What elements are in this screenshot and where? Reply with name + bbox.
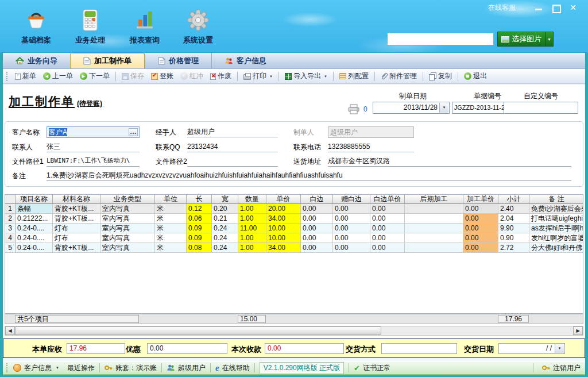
grid-cell[interactable]: 0.00 [301,243,333,253]
grid-cell[interactable]: 0.00 [463,243,498,253]
grid-cell[interactable]: 0.06 [187,214,212,224]
grid-cell[interactable]: 灯布 [53,224,100,233]
grid-cell[interactable]: 1.00 [238,243,266,253]
horizontal-scrollbar[interactable]: ◀ ▶ [5,326,583,336]
grid-cell[interactable]: 打电话噶uigfeghi [529,214,583,224]
receivable-field[interactable]: 17.96 [67,343,125,354]
grid-cell[interactable]: 0.08 [187,243,212,253]
grid-cell[interactable]: 0.00 [333,214,370,224]
logout-button[interactable]: 注销用户 [542,363,581,373]
column-config-button[interactable]: 列配置 [336,70,372,82]
grid-cell[interactable]: 0.00 [463,233,498,243]
delivery-method-field[interactable] [381,343,457,354]
grid-cell[interactable]: 1.00 [238,233,266,243]
delivery-date-dropdown-button[interactable]: ▼ [555,344,564,353]
image-path-input[interactable] [387,33,494,45]
grid-cell[interactable]: 34.00 [266,243,301,253]
statusbar-customer-info-button[interactable]: 客户信息 ▼ [13,363,59,373]
grid-cell[interactable]: 米 [155,243,187,253]
grid-cell[interactable]: 34.00 [266,214,301,224]
delivery-date-field[interactable]: / / ▼ [498,343,565,354]
grid-cell[interactable]: 0.24-0.... [16,224,53,233]
grid-cell[interactable]: 0.00 [301,204,333,214]
grid-cell[interactable]: 发hi红啊岁的富婆 [529,233,583,243]
close-button[interactable]: ✕ [568,4,578,11]
grid-header-cell[interactable]: 小计 [498,195,529,204]
red-flush-button[interactable]: 红冲 [177,70,206,82]
grid-header-cell[interactable]: 单价 [266,195,301,204]
grid-cell[interactable]: 0.21 [212,214,238,224]
next-order-button[interactable]: ▶下一单 [77,70,113,82]
grid-header-cell[interactable]: 材料名称 [53,195,100,204]
grid-cell[interactable]: 米 [155,204,187,214]
grid-cell[interactable]: 室内写真 [100,224,155,233]
grid-cell[interactable]: 条幅 [16,204,53,214]
grid-header-cell[interactable] [5,195,16,204]
h-scroll-thumb[interactable] [15,326,381,335]
grid-cell[interactable]: 9.90 [498,224,529,233]
grid-cell[interactable]: 0.24-0.... [16,243,53,253]
qq-field[interactable]: 23132434 [187,141,278,152]
grid-cell[interactable]: 0.00 [463,204,498,214]
grid-cell[interactable]: 米 [155,214,187,224]
grid-cell[interactable]: 室内写真 [100,243,155,253]
attachment-button[interactable]: 附件管理 [378,70,420,82]
grid-cell[interactable]: 0.90 [498,233,529,243]
grid-cell[interactable] [405,224,463,233]
minimize-button[interactable] [534,4,543,11]
contact-field[interactable]: 张三 [47,141,140,152]
grid-cell[interactable]: 0.00 [333,224,370,233]
maximize-button[interactable] [551,4,560,11]
tab-processing-order[interactable]: 加工制作单 [70,53,145,68]
grid-cell[interactable]: 10.00 [266,233,301,243]
delivery-address-field[interactable]: 成都市金牛区蜀汉路 [328,156,571,167]
image-dropdown-arrow-icon[interactable]: ▼ [545,32,553,46]
customer-picker-button[interactable]: … [129,128,138,136]
grid-cell[interactable]: 米 [155,224,187,233]
discount-field[interactable]: 0.00 [147,343,227,354]
online-service-link[interactable]: 在线客服 [488,3,516,13]
grid-cell[interactable]: 20.00 [266,204,301,214]
grid-cell[interactable]: 0.00 [370,233,405,243]
grid-cell[interactable]: 0.21222... [16,214,53,224]
print-button[interactable]: 打印▼ [241,70,276,82]
register-account-button[interactable]: 登账 [148,70,176,82]
grid-cell[interactable]: 0.00 [301,224,333,233]
grid-cell[interactable]: 11.00 [238,224,266,233]
grid-cell[interactable]: 2.72 [498,243,529,253]
date-dropdown-button[interactable]: ▼ [439,103,448,113]
grid-cell[interactable]: 0.20 [212,204,238,214]
grid-cell[interactable]: 1.00 [238,214,266,224]
grid-cell[interactable]: 背胶+KT板... [53,243,100,253]
grid-cell[interactable]: 0.00 [370,243,405,253]
grid-cell[interactable]: 0.12 [187,204,212,214]
remark-field[interactable]: 1.免费i沙湖赛后会死啊烦死uadhzvzxvzvzvzvuahfoaihuiz… [47,170,571,181]
grid-cell[interactable]: 0.00 [370,224,405,233]
grid-cell[interactable]: 0.00 [370,204,405,214]
grid-cell[interactable]: 0.00 [333,233,370,243]
statusbar-recent-operations[interactable]: 最近操作 [67,363,95,373]
menu-business-processing[interactable]: 业务处理 [65,7,115,45]
grid-cell[interactable]: 室内写真 [100,233,155,243]
grid-cell[interactable]: 0.00 [463,224,498,233]
tab-price-management[interactable]: 价格管理 [145,53,211,68]
grid-cell[interactable]: 免费i沙湖赛后会死 [529,204,583,214]
grid-header-cell[interactable]: 宽 [212,195,238,204]
grid-cell[interactable] [405,243,463,253]
grid-cell[interactable]: 分大佛i好i和丹佛 [529,243,583,253]
grid-cell[interactable]: 2.40 [498,204,529,214]
file-path2-field[interactable] [187,156,278,167]
grid-cell[interactable]: 0.00 [333,204,370,214]
make-date-combo[interactable]: 2013/11/28 ▼ [373,102,450,114]
grid-header-cell[interactable]: 长 [187,195,212,204]
grid-header-cell[interactable]: 业务类型 [100,195,155,204]
grid-header-cell[interactable]: 加工单价 [463,195,498,204]
exit-button[interactable]: 退出 [461,70,490,82]
grid-cell[interactable]: 背胶+KT板... [53,214,100,224]
grid-cell[interactable]: 0.00 [333,243,370,253]
payment-field[interactable]: 0.00 [265,343,344,354]
handler-field[interactable]: 超级用户 [187,126,278,137]
grid-header-cell[interactable]: 项目名称 [16,195,53,204]
grid-cell[interactable] [405,233,463,243]
grid-cell[interactable]: 0.00 [370,214,405,224]
